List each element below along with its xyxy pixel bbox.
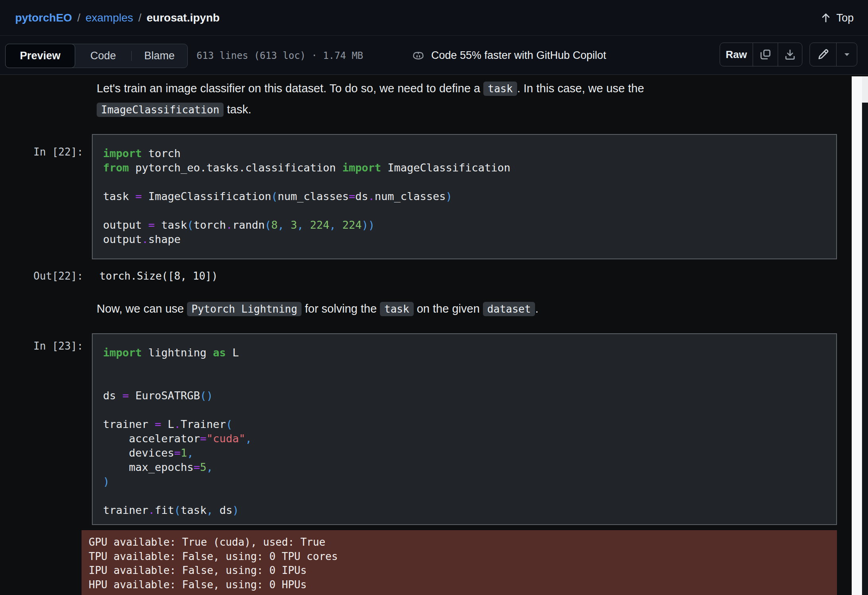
copilot-icon — [411, 49, 426, 62]
breadcrumb: pytorchEO / examples / eurosat.ipynb — [15, 0, 220, 36]
arrow-up-icon — [820, 12, 831, 23]
edit-dropdown-button[interactable] — [836, 43, 857, 66]
breadcrumb-file-name: eurosat.ipynb — [147, 12, 220, 24]
breadcrumb-repo-link[interactable]: pytorchEO — [15, 12, 72, 24]
code-cell-23: import lightning as L ds = EuroSATRGB() … — [92, 333, 837, 525]
raw-button-group: Raw — [720, 43, 802, 66]
tab-blame[interactable]: Blame — [132, 44, 188, 68]
output-prompt-22: Out[22]: — [33, 270, 83, 282]
copy-icon — [759, 49, 771, 60]
back-to-top-label: Top — [836, 12, 854, 24]
tab-preview[interactable]: Preview — [5, 44, 75, 68]
copilot-banner-text: Code 55% faster with GitHub Copilot — [431, 49, 606, 62]
view-switcher: Preview Code Blame — [5, 44, 188, 68]
github-file-page: pytorchEO / examples / eurosat.ipynb Top… — [0, 0, 868, 595]
edit-button-group — [810, 43, 857, 66]
file-toolbar: Preview Code Blame 613 lines (613 loc) ·… — [0, 36, 868, 75]
scrollbar-track — [862, 76, 868, 595]
scrollbar[interactable] — [852, 76, 862, 595]
stderr-output-block: GPU available: True (cuda), used: TrueTP… — [82, 530, 837, 595]
pencil-icon — [817, 49, 829, 60]
breadcrumb-separator: / — [77, 12, 80, 24]
back-to-top-button[interactable]: Top — [820, 0, 854, 36]
breadcrumb-folder-link[interactable]: examples — [86, 12, 133, 24]
raw-button[interactable]: Raw — [720, 43, 753, 66]
input-prompt-23: In [23]: — [33, 340, 83, 352]
input-prompt-22: In [22]: — [33, 146, 83, 158]
scrollbar-cap — [862, 76, 868, 103]
copy-raw-button[interactable] — [753, 43, 778, 66]
code-cell-22: import torchfrom pytorch_eo.tasks.classi… — [92, 134, 837, 259]
output-value-22: torch.Size([8, 10]) — [99, 270, 218, 282]
download-icon — [784, 49, 796, 60]
file-meta-info: 613 lines (613 loc) · 1.74 MB — [197, 36, 363, 75]
copilot-banner[interactable]: Code 55% faster with GitHub Copilot — [411, 36, 606, 75]
tab-code[interactable]: Code — [75, 44, 131, 68]
caret-down-icon — [842, 49, 852, 60]
download-raw-button[interactable] — [778, 43, 802, 66]
file-header-bar: pytorchEO / examples / eurosat.ipynb Top — [0, 0, 868, 36]
breadcrumb-separator: / — [138, 12, 142, 24]
markdown-paragraph: Let's train an image classifier on this … — [97, 78, 733, 120]
markdown-paragraph: Now, we can use Pytorch Lightning for so… — [97, 298, 733, 319]
edit-file-button[interactable] — [810, 43, 836, 66]
